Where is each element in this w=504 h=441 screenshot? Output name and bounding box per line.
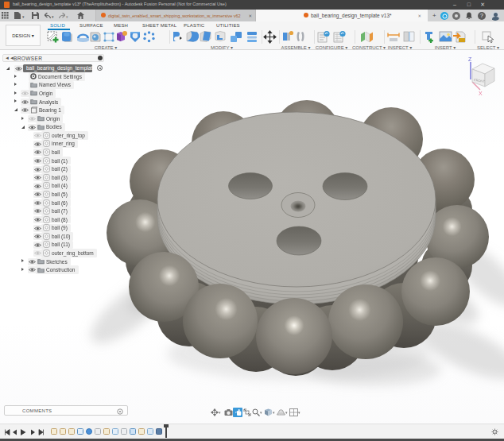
svg-text:Z: Z (468, 56, 472, 62)
svg-text:X: X (479, 91, 483, 96)
